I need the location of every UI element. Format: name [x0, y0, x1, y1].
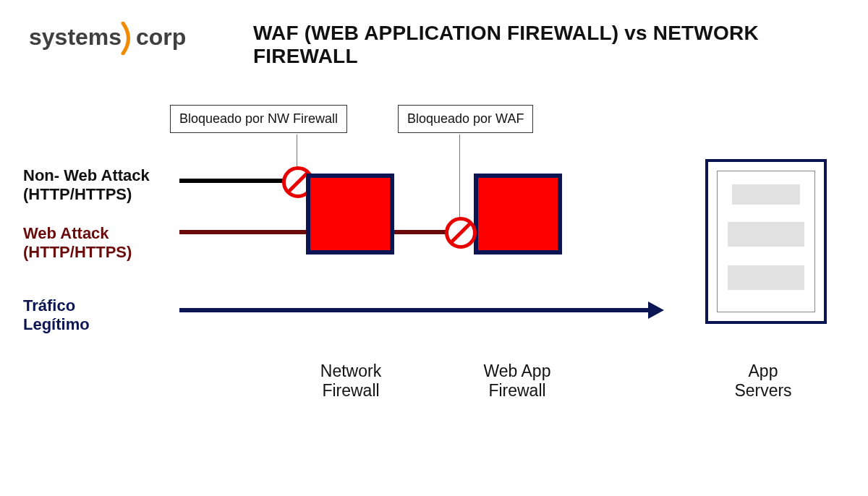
- server-bar-icon: [732, 184, 800, 205]
- nw-firewall-node: [306, 174, 394, 255]
- app-servers-node: [705, 159, 827, 324]
- server-inner: [717, 171, 815, 312]
- prohibit-icon: [445, 217, 477, 249]
- connector-waf: [459, 134, 460, 220]
- waf-node: [474, 174, 562, 255]
- caption-waf: Web App Firewall: [470, 362, 564, 401]
- caption-nw-firewall: Network Firewall: [304, 362, 398, 401]
- flow-legit-line: [179, 308, 650, 312]
- server-bar-icon: [728, 222, 804, 247]
- label-web-attack: Web Attack (HTTP/HTTPS): [23, 224, 132, 262]
- logo-left-text: systems: [29, 24, 122, 50]
- brand-logo: systems corp: [29, 22, 195, 55]
- arrow-head-icon: [648, 302, 664, 319]
- diagram-title: WAF (WEB APPLICATION FIREWALL) vs NETWOR…: [253, 22, 868, 68]
- diagram-canvas: systems corp WAF (WEB APPLICATION FIREWA…: [0, 0, 868, 496]
- label-legit-traffic: Tráfico Legítimo: [23, 296, 90, 335]
- label-non-web-attack: Non- Web Attack (HTTP/HTTPS): [23, 166, 150, 205]
- logo-paren-icon: [123, 23, 129, 54]
- callout-waf-block: Bloqueado por WAF: [398, 105, 533, 133]
- logo-right-text: corp: [136, 24, 186, 50]
- server-bar-icon: [728, 265, 804, 290]
- caption-app-servers: App Servers: [723, 362, 803, 401]
- callout-nw-block: Bloqueado por NW Firewall: [170, 105, 347, 133]
- connector-nw: [297, 134, 297, 169]
